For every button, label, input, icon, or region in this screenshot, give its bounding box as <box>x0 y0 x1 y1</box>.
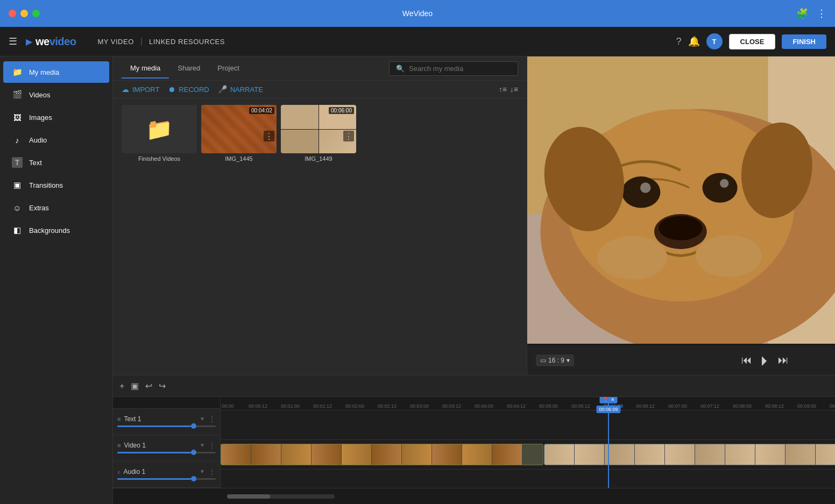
ruler-mark: 00:08:00 <box>732 403 764 409</box>
timeline-ruler: 00:00 00:00:12 00:01:00 00:01:12 00:02:0… <box>221 397 835 410</box>
minimize-window-button[interactable] <box>20 10 28 17</box>
sidebar-item-backgrounds[interactable]: ◧ Backgrounds <box>3 219 109 241</box>
preview-controls: ▭ 16 : 9 ▾ ⏮ ⏵ ⏭ ⛶ <box>527 345 835 375</box>
sidebar-item-extras[interactable]: ☺ Extras <box>3 197 109 218</box>
skip-to-end-button[interactable]: ⏭ <box>778 354 789 366</box>
nav-my-video[interactable]: MY VIDEO <box>97 38 133 46</box>
trim-button[interactable]: ▣ <box>131 381 139 391</box>
close-button[interactable]: CLOSE <box>729 34 776 49</box>
text-track-icon: ≡ <box>117 416 121 422</box>
sidebar-item-transitions[interactable]: ▣ Transitions <box>3 174 109 196</box>
video-clip-1[interactable] <box>221 444 543 465</box>
more-options-icon[interactable]: ⋮ <box>264 131 274 141</box>
ruler-marks: 00:00 00:00:12 00:01:00 00:01:12 00:02:0… <box>221 403 835 409</box>
undo-button[interactable]: ↩ <box>145 381 152 391</box>
preview-bottom-bar <box>527 344 835 345</box>
puzzle-icon[interactable]: 🧩 <box>796 8 808 19</box>
ruler-mark: 00:06:12 <box>635 403 667 409</box>
sidebar-item-my-media[interactable]: 📁 My media <box>3 61 109 83</box>
preview-panel: ▭ 16 : 9 ▾ ⏮ ⏵ ⏭ ⛶ <box>527 56 835 375</box>
play-button[interactable]: ⏵ <box>759 353 772 368</box>
video-clip-2[interactable] <box>544 444 835 465</box>
list-item[interactable]: 00:06:00 ⋮ IMG_1449 <box>281 105 356 368</box>
record-button[interactable]: ⏺ RECORD <box>168 85 209 94</box>
sidebar-item-audio[interactable]: ♪ Audio <box>3 129 109 151</box>
preview-video <box>527 56 835 345</box>
video-track-header: ≡ Video 1 ▼ ⋮ <box>117 441 216 450</box>
bell-icon[interactable]: 🔔 <box>688 36 700 47</box>
audio-track-label: ♪ Audio 1 ▼ ⋮ <box>113 462 220 488</box>
timeline-inner: 00:00 00:00:12 00:01:00 00:01:12 00:02:0… <box>221 397 835 488</box>
content-area: My media Shared Project 🔍 ☁ IMPORT <box>113 56 835 504</box>
tab-shared[interactable]: Shared <box>169 59 209 79</box>
video-track-more[interactable]: ⋮ <box>208 441 216 450</box>
audio-icon: ♪ <box>12 134 23 145</box>
search-input[interactable] <box>409 65 511 73</box>
sidebar-item-text[interactable]: T Text <box>3 152 109 173</box>
ruler-mark: 00:00 <box>221 403 247 409</box>
timeline-scrollbar[interactable] <box>227 494 335 499</box>
media-tabs-bar: My media Shared Project 🔍 <box>113 56 527 81</box>
audio-track-header: ♪ Audio 1 ▼ ⋮ <box>117 467 216 476</box>
nav-linked-resources[interactable]: LINKED RESOURCES <box>149 38 225 46</box>
close-window-button[interactable] <box>9 10 16 17</box>
more-options-icon[interactable]: ⋮ <box>343 131 354 141</box>
sidebar-item-images-label: Images <box>29 113 52 122</box>
text-track-volume <box>117 423 216 429</box>
header: ☰ ▶ wevideo MY VIDEO | LINKED RESOURCES … <box>0 27 835 56</box>
user-avatar[interactable]: T <box>706 33 723 49</box>
sort-icons[interactable]: ↑≡ ↓≡ <box>499 85 518 94</box>
tab-my-media[interactable]: My media <box>122 59 169 79</box>
monitor-icon: ▭ <box>540 357 546 364</box>
import-button[interactable]: ☁ IMPORT <box>122 85 159 94</box>
scrollbar-thumb[interactable] <box>227 494 270 499</box>
video-track-name: Video 1 <box>124 442 196 449</box>
record-icon: ⏺ <box>168 85 175 94</box>
text-track-arrow[interactable]: ▼ <box>200 416 205 422</box>
sort-desc-icon[interactable]: ↓≡ <box>510 85 518 94</box>
help-icon[interactable]: ? <box>676 36 682 47</box>
video-track-volume-thumb[interactable] <box>191 450 196 455</box>
media-panel: My media Shared Project 🔍 ☁ IMPORT <box>113 56 835 375</box>
text-track-volume-thumb[interactable] <box>191 423 196 429</box>
ruler-mark: 00:01:00 <box>280 403 312 409</box>
sidebar-item-images[interactable]: 🖼 Images <box>3 107 109 128</box>
text-icon: T <box>12 157 23 168</box>
narrate-button[interactable]: 🎤 NARRATE <box>218 85 263 94</box>
sidebar-item-videos[interactable]: 🎬 Videos <box>3 84 109 105</box>
skip-to-start-button[interactable]: ⏮ <box>741 354 752 366</box>
audio-track-volume-thumb[interactable] <box>191 476 196 481</box>
aspect-ratio-button[interactable]: ▭ 16 : 9 ▾ <box>536 354 574 366</box>
list-item[interactable]: 00:04:02 ⋮ IMG_1445 <box>201 105 277 368</box>
sort-asc-icon[interactable]: ↑≡ <box>499 85 507 94</box>
timeline-toolbar: + ▣ ↩ ↪ <box>113 375 835 397</box>
transitions-icon: ▣ <box>12 180 23 190</box>
preview-controls-center: ⏮ ⏵ ⏭ <box>741 353 789 368</box>
audio-track-volume <box>117 476 216 482</box>
media-item-label: Finished Videos <box>122 155 197 162</box>
redo-button[interactable]: ↪ <box>159 381 166 391</box>
ruler-mark: 00:02:12 <box>377 403 409 409</box>
logo-icon: ▶ <box>26 37 32 47</box>
tab-project[interactable]: Project <box>209 59 247 79</box>
video-track-icon: ≡ <box>117 442 121 449</box>
text-track-more[interactable]: ⋮ <box>208 415 216 423</box>
timeline-tracks-scroll[interactable]: 00:00 00:00:12 00:01:00 00:01:12 00:02:0… <box>221 397 835 488</box>
audio-track-arrow[interactable]: ▼ <box>200 468 205 474</box>
add-track-button[interactable]: + <box>119 381 124 391</box>
ruler-placeholder <box>113 397 220 409</box>
finish-button[interactable]: FINISH <box>782 34 826 49</box>
audio-track-more[interactable]: ⋮ <box>208 467 216 476</box>
ruler-mark: 00:09:00 <box>796 403 829 409</box>
sidebar-item-audio-label: Audio <box>29 136 47 144</box>
menu-dots-icon[interactable]: ⋮ <box>817 8 826 19</box>
video-track-arrow[interactable]: ▼ <box>200 442 205 448</box>
sidebar-item-my-media-label: My media <box>29 68 59 76</box>
media-search-box[interactable]: 🔍 <box>389 61 518 76</box>
hamburger-menu-button[interactable]: ☰ <box>9 36 17 47</box>
ruler-mark: 00:02:00 <box>344 403 377 409</box>
media-item-duration: 00:04:02 <box>249 107 274 114</box>
maximize-window-button[interactable] <box>32 10 40 17</box>
audio-track-name: Audio 1 <box>124 468 197 475</box>
list-item[interactable]: 📁 Finished Videos <box>122 105 197 368</box>
